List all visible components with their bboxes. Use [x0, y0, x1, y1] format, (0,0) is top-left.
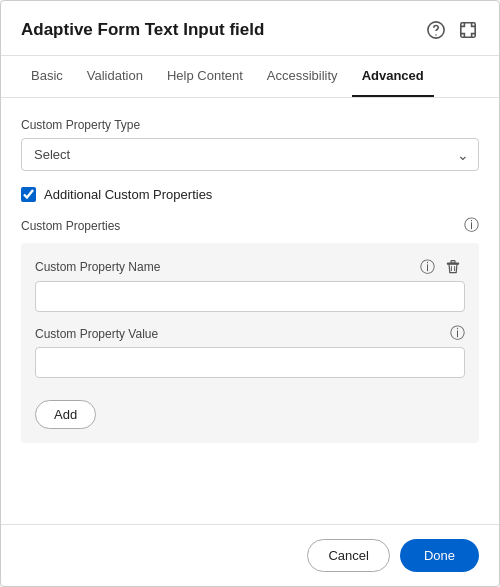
dialog: Adaptive Form Text Input field Basic Val… [0, 0, 500, 587]
dialog-title: Adaptive Form Text Input field [21, 20, 264, 40]
custom-property-type-select[interactable]: Select Option 1 Option 2 [21, 138, 479, 171]
property-name-label: Custom Property Name [35, 260, 160, 274]
additional-custom-properties-checkbox[interactable] [21, 187, 36, 202]
custom-properties-label: Custom Properties [21, 219, 120, 233]
header-icons [425, 19, 479, 41]
property-name-header: Custom Property Name ⓘ [35, 257, 465, 277]
help-icon-button[interactable] [425, 19, 447, 41]
property-name-row: Custom Property Name ⓘ [35, 257, 465, 312]
property-name-icons: ⓘ [420, 257, 465, 277]
fullscreen-icon [459, 21, 477, 39]
svg-rect-4 [451, 261, 455, 263]
tab-basic[interactable]: Basic [21, 56, 73, 97]
svg-point-1 [435, 34, 436, 35]
tabs-bar: Basic Validation Help Content Accessibil… [1, 56, 499, 98]
question-icon [427, 21, 445, 39]
add-button[interactable]: Add [35, 400, 96, 429]
custom-properties-info-icon[interactable]: ⓘ [464, 216, 479, 235]
tab-advanced[interactable]: Advanced [352, 56, 434, 97]
custom-property-type-label: Custom Property Type [21, 118, 479, 132]
custom-property-type-wrapper: Select Option 1 Option 2 ⌄ [21, 138, 479, 171]
property-name-delete-button[interactable] [441, 257, 465, 277]
property-value-input[interactable] [35, 347, 465, 378]
done-button[interactable]: Done [400, 539, 479, 572]
custom-properties-header: Custom Properties ⓘ [21, 216, 479, 235]
property-value-header: Custom Property Value ⓘ [35, 324, 465, 343]
property-name-input[interactable] [35, 281, 465, 312]
property-name-info-icon[interactable]: ⓘ [420, 258, 435, 277]
property-value-label: Custom Property Value [35, 327, 158, 341]
trash-icon [445, 259, 461, 275]
additional-custom-properties-row: Additional Custom Properties [21, 187, 479, 202]
svg-rect-2 [461, 23, 475, 37]
property-value-info-icon[interactable]: ⓘ [450, 324, 465, 343]
additional-custom-properties-label[interactable]: Additional Custom Properties [44, 187, 212, 202]
tab-validation[interactable]: Validation [77, 56, 153, 97]
property-value-icons: ⓘ [450, 324, 465, 343]
property-value-row: Custom Property Value ⓘ [35, 324, 465, 378]
custom-properties-box: Custom Property Name ⓘ [21, 243, 479, 443]
fullscreen-icon-button[interactable] [457, 19, 479, 41]
tab-help-content[interactable]: Help Content [157, 56, 253, 97]
tab-accessibility[interactable]: Accessibility [257, 56, 348, 97]
cancel-button[interactable]: Cancel [307, 539, 389, 572]
dialog-header: Adaptive Form Text Input field [1, 1, 499, 56]
dialog-footer: Cancel Done [1, 524, 499, 586]
dialog-body: Custom Property Type Select Option 1 Opt… [1, 98, 499, 524]
